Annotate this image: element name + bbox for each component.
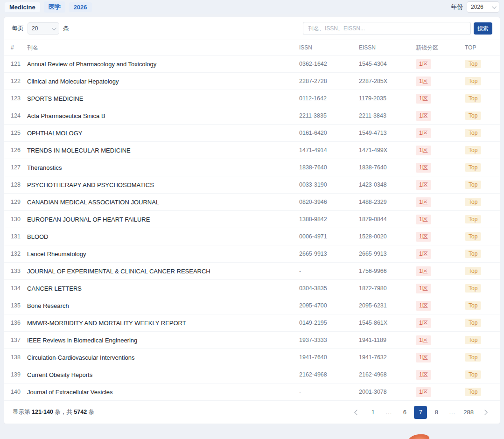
table-row[interactable]: 133 JOURNAL OF EXPERIMENTAL & CLINICAL C… [4,262,500,279]
column-header-zone: 新锐分区 [416,44,465,52]
journal-name: CANADIAN MEDICAL ASSOCIATION JOURNAL [27,199,299,206]
top-badge: Top [465,336,481,344]
journal-eissn: 2211-3843 [359,112,416,119]
table-controls: 每页 20 条 搜索 [4,17,500,40]
table-row[interactable]: 136 MMWR-MORBIDITY AND MORTALITY WEEKLY … [4,314,500,331]
top-badge: Top [465,370,481,379]
pagination-page[interactable]: 1 [366,406,379,419]
row-index: 129 [11,199,27,205]
top-badge: Top [465,353,481,362]
top-badge: Top [465,198,481,206]
top-badge: Top [465,267,481,275]
pagination-prev-button[interactable] [350,406,364,419]
row-index: 133 [11,268,27,274]
journal-name: MMWR-MORBIDITY AND MORTALITY WEEKLY REPO… [27,320,299,327]
chevron-down-icon [52,26,56,30]
pagination-page[interactable]: 6 [398,406,411,419]
year-label: 年份 [451,3,463,11]
journal-eissn: 1179-2035 [359,95,416,102]
table-row[interactable]: 131 BLOOD 0006-4971 1528-0020 1区 Top [4,228,500,245]
per-page-unit-label: 条 [63,24,69,33]
journal-name: Theranostics [27,164,299,171]
top-badge: Top [465,129,481,137]
journal-eissn: 1879-0844 [359,216,416,223]
journal-issn: 2162-4968 [299,371,359,378]
pagination-page[interactable]: 288 [462,406,476,419]
zone-badge: 1区 [416,335,431,345]
table-row[interactable]: 125 OPHTHALMOLOGY 0161-6420 1549-4713 1区… [4,124,500,141]
tab-medicine-zh[interactable]: 医学 [44,1,65,13]
table-row[interactable]: 129 CANADIAN MEDICAL ASSOCIATION JOURNAL… [4,193,500,210]
top-badge: Top [465,181,481,189]
summary-mid: 条，共 [53,409,74,415]
tab-medicine[interactable]: Medicine [5,2,40,12]
table-row[interactable]: 138 Circulation-Cardiovascular Intervent… [4,348,500,366]
table-row[interactable]: 123 SPORTS MEDICINE 0112-1642 1179-2035 … [4,90,500,107]
table-footer: 显示第 121-140 条，共 5742 条 1...678...288 [4,400,500,424]
zone-badge: 1区 [416,94,431,104]
table-row[interactable]: 124 Acta Pharmaceutica Sinica B 2211-383… [4,107,500,124]
journal-eissn: 1423-0348 [359,181,416,188]
journal-issn: 0006-4971 [299,233,359,240]
table-row[interactable]: 139 Current Obesity Reports 2162-4968 21… [4,366,500,383]
pagination-page[interactable]: 7 [414,406,427,419]
tab-year[interactable]: 2026 [69,2,92,12]
search-button[interactable]: 搜索 [474,22,492,35]
journal-name: Clinical and Molecular Hepatology [27,78,299,85]
table-row[interactable]: 126 TRENDS IN MOLECULAR MEDICINE 1471-49… [4,141,500,159]
pagination-next-button[interactable] [478,406,491,419]
table-row[interactable]: 134 CANCER LETTERS 0304-3835 1872-7980 1… [4,279,500,297]
top-badge: Top [465,284,481,293]
row-index: 123 [11,95,27,102]
row-index: 125 [11,130,27,136]
per-page-select[interactable]: 20 [28,22,59,35]
journal-eissn: 1545-4304 [359,61,416,67]
table-row[interactable]: 135 Bone Research 2095-4700 2095-6231 1区… [4,297,500,314]
journal-issn: - [299,389,359,395]
top-badge: Top [465,94,481,103]
chevron-right-icon [482,410,487,415]
summary-suffix: 条 [87,409,94,415]
table-row[interactable]: 121 Annual Review of Pharmacology and To… [4,55,500,72]
journal-name: BLOOD [27,233,299,240]
row-index: 132 [11,251,27,257]
journal-name: JOURNAL OF EXPERIMENTAL & CLINICAL CANCE… [27,268,299,275]
summary-prefix: 显示第 [13,409,32,415]
table-row[interactable]: 137 IEEE Reviews in Biomedical Engineeri… [4,331,500,348]
column-header-eissn: EISSN [359,44,416,51]
table-row[interactable]: 122 Clinical and Molecular Hepatology 22… [4,72,500,90]
table-row[interactable]: 132 Lancet Rheumatology 2665-9913 2665-9… [4,245,500,262]
per-page-label: 每页 [12,24,24,33]
journal-eissn: 2162-4968 [359,371,416,378]
journal-eissn: 2001-3078 [359,389,416,395]
table-row[interactable]: 140 Journal of Extracellular Vesicles - … [4,383,500,400]
journal-name: Acta Pharmaceutica Sinica B [27,112,299,119]
pagination-ellipsis[interactable]: ... [446,406,459,419]
table-row[interactable]: 127 Theranostics 1838-7640 1838-7640 1区 … [4,159,500,176]
top-badge: Top [465,146,481,154]
pagination-ellipsis[interactable]: ... [382,406,395,419]
journal-eissn: 1549-4713 [359,130,416,136]
mascot-icon[interactable] [408,433,430,439]
journal-eissn: 1528-0020 [359,233,416,240]
journal-eissn: 2287-285X [359,78,416,84]
journal-issn: 0161-6420 [299,130,359,136]
zone-badge: 1区 [416,146,431,155]
year-select[interactable]: 2026 [467,1,499,13]
top-badge: Top [465,111,481,120]
top-badge: Top [465,232,481,241]
journal-eissn: 2665-9913 [359,251,416,257]
pagination-page[interactable]: 8 [430,406,443,419]
journal-issn: 0033-3190 [299,181,359,188]
top-badge: Top [465,163,481,172]
column-header-issn: ISSN [299,44,359,51]
journal-issn: 1388-9842 [299,216,359,223]
table-row[interactable]: 130 EUROPEAN JOURNAL OF HEART FAILURE 13… [4,210,500,228]
journal-eissn: 1838-7640 [359,164,416,171]
year-filter: 年份 2026 [451,1,499,13]
top-badge: Top [465,388,481,396]
table-row[interactable]: 128 PSYCHOTHERAPY AND PSYCHOSOMATICS 003… [4,176,500,193]
search-input[interactable] [303,22,471,35]
row-index: 127 [11,164,27,171]
summary-range: 121-140 [32,409,53,415]
